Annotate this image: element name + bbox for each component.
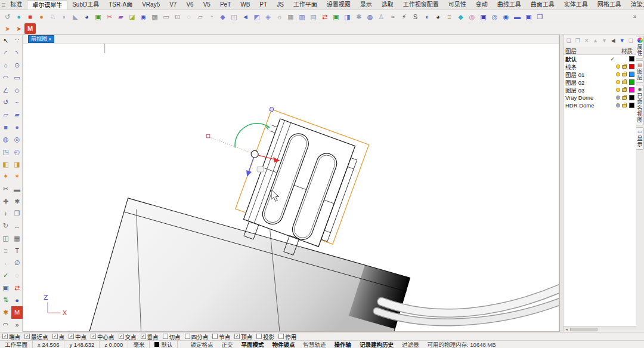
teal-sphere-icon[interactable]: ● bbox=[13, 11, 24, 22]
checkbox[interactable] bbox=[69, 334, 74, 339]
pivot-point-handle[interactable] bbox=[206, 134, 209, 137]
blue-card-icon[interactable]: ◨ bbox=[342, 11, 353, 22]
tab-properties[interactable]: 属性 bbox=[636, 36, 644, 58]
layer-color-swatch[interactable] bbox=[629, 103, 634, 108]
dashed-frame-icon[interactable]: ▭ bbox=[160, 11, 172, 22]
blue-frame-icon[interactable]: ▣ bbox=[523, 11, 534, 22]
move-down-icon[interactable]: ▼ bbox=[600, 36, 609, 45]
rotate-icon[interactable]: ↻ bbox=[0, 220, 11, 232]
menu-tab[interactable]: V5 bbox=[199, 0, 215, 10]
lock-icon[interactable] bbox=[622, 65, 627, 69]
menu-tab[interactable]: 卓尔谟犀牛 bbox=[27, 0, 67, 10]
material-m-small-icon[interactable]: M bbox=[11, 306, 23, 319]
collapse-icon[interactable]: ◀ bbox=[609, 36, 617, 45]
osnap-toggle[interactable]: 中点 bbox=[69, 332, 86, 341]
menu-tab[interactable]: 曲线工具 bbox=[493, 0, 526, 10]
copy-icon[interactable]: ❐ bbox=[11, 208, 23, 220]
red-material-icon[interactable]: ■ bbox=[24, 11, 36, 22]
status-toggle[interactable]: 智慧轨迹 bbox=[299, 341, 330, 348]
red-arrows-icon[interactable]: ⇄ bbox=[11, 282, 23, 294]
menu-tab[interactable]: VRay5 bbox=[137, 0, 165, 10]
osnap-toggle[interactable]: 停用 bbox=[278, 332, 296, 341]
trim-icon[interactable]: ✂ bbox=[0, 183, 11, 195]
dashed-circle-icon[interactable]: ◌ bbox=[183, 11, 194, 22]
gumball-origin-handle[interactable] bbox=[251, 150, 258, 158]
checkbox[interactable] bbox=[185, 334, 190, 339]
split-icon[interactable]: ▬ bbox=[11, 183, 23, 195]
checkbox[interactable] bbox=[212, 334, 218, 339]
status-toggle[interactable]: 平面模式 bbox=[237, 341, 268, 348]
circle-icon[interactable]: ○ bbox=[0, 59, 11, 72]
blue-shell-icon[interactable]: ◖ bbox=[421, 11, 432, 22]
violet-gem-icon[interactable]: ◆ bbox=[217, 11, 228, 22]
checkbox[interactable] bbox=[52, 334, 58, 339]
green-photo-icon[interactable]: ▣ bbox=[92, 11, 104, 22]
new-layer-icon[interactable]: ❏ bbox=[565, 36, 573, 45]
fold-plane-icon[interactable]: ◩ bbox=[251, 11, 262, 22]
status-toggle[interactable]: 正交 bbox=[217, 341, 237, 348]
lock-icon[interactable] bbox=[622, 73, 627, 76]
osnap-toggle[interactable]: 点 bbox=[52, 332, 65, 341]
blue-folder-icon[interactable]: ▬ bbox=[512, 11, 523, 22]
sphere-icon[interactable]: ● bbox=[11, 121, 23, 134]
mirror-icon[interactable]: ◫ bbox=[0, 232, 11, 245]
status-toggle[interactable]: 记录建构历史 bbox=[355, 341, 398, 348]
explode-icon[interactable]: ✱ bbox=[11, 195, 23, 208]
tab-display[interactable]: ▭ 显示 bbox=[636, 127, 644, 150]
ghost-circle-icon[interactable]: ◌ bbox=[11, 269, 23, 282]
visibility-bulb-icon[interactable] bbox=[616, 88, 620, 92]
menu-tab[interactable]: 网格工具 bbox=[593, 0, 626, 10]
menu-tab[interactable]: 显示 bbox=[355, 0, 377, 10]
layer-color-swatch[interactable] bbox=[629, 79, 634, 85]
spark-icon[interactable]: ✱ bbox=[0, 306, 11, 319]
osnap-toggle[interactable]: 最近点 bbox=[24, 332, 48, 341]
send-plane-plus-icon[interactable]: ➤ bbox=[13, 23, 24, 34]
material-column-header[interactable]: 材质 bbox=[621, 47, 633, 54]
layer-row[interactable]: 图层 03 bbox=[564, 86, 636, 94]
sun-gear-icon[interactable]: ☼ bbox=[274, 11, 285, 22]
check-icon[interactable]: ✓ bbox=[0, 269, 11, 282]
olive-sweep-icon[interactable]: ◪ bbox=[126, 11, 138, 22]
menu-tab[interactable]: 渲染工具 bbox=[626, 0, 644, 10]
checkbox[interactable] bbox=[24, 334, 30, 339]
palette-overflow-icon[interactable]: » bbox=[11, 319, 23, 331]
menu-tab[interactable]: SubD工具 bbox=[67, 0, 104, 10]
open-box-icon[interactable]: ◫ bbox=[228, 11, 240, 22]
lock-icon[interactable] bbox=[622, 96, 627, 100]
move-icon[interactable]: + bbox=[0, 208, 11, 220]
osnap-toggle[interactable]: 投影 bbox=[256, 332, 274, 341]
navy-ball-icon[interactable]: ◕ bbox=[81, 11, 92, 22]
green-arrows-icon[interactable]: ⇅ bbox=[0, 294, 11, 306]
curve-cv-icon[interactable]: ◜ bbox=[0, 47, 11, 60]
menu-tab[interactable]: V7 bbox=[165, 0, 181, 10]
menu-tab[interactable]: 工作平面 bbox=[289, 0, 322, 10]
rotate-arc-handle[interactable] bbox=[235, 124, 270, 147]
tab-layers[interactable]: ▤ 图层 bbox=[636, 60, 644, 83]
viewport-canvas[interactable]: Z X bbox=[23, 35, 559, 331]
osnap-toggle[interactable]: 节点 bbox=[212, 332, 230, 341]
chess-stamp-icon[interactable]: ♙ bbox=[376, 11, 387, 22]
layer-color-swatch[interactable] bbox=[629, 64, 634, 69]
menu-tab[interactable]: 标准 bbox=[5, 0, 27, 10]
spring-icon[interactable]: ↺ bbox=[0, 96, 11, 109]
checkbox[interactable] bbox=[256, 334, 262, 339]
lock-icon[interactable] bbox=[622, 81, 627, 84]
snail-spiral-icon[interactable]: ↺ bbox=[2, 11, 13, 22]
layer-color-swatch[interactable] bbox=[629, 56, 634, 61]
scrollbar-thumb[interactable] bbox=[570, 328, 597, 331]
scroll-left-icon[interactable]: ◂ bbox=[564, 327, 569, 332]
layer-row[interactable]: HDR Dome bbox=[564, 101, 636, 109]
blue-badge-icon[interactable]: ◉ bbox=[500, 11, 512, 22]
join-icon[interactable]: ✚ bbox=[0, 195, 11, 208]
menu-tab[interactable]: 变动 bbox=[471, 0, 493, 10]
menu-tab[interactable]: 实体工具 bbox=[559, 0, 593, 10]
torus-icon[interactable]: ◎ bbox=[11, 134, 23, 146]
osnap-toggle[interactable]: 端点 bbox=[2, 332, 20, 341]
status-cell[interactable]: z 0.000 bbox=[100, 341, 128, 348]
checker-mesh-icon[interactable]: ▩ bbox=[149, 11, 160, 22]
menu-tab[interactable]: 设置视图 bbox=[322, 0, 355, 10]
control-points-icon[interactable]: ∵ bbox=[11, 35, 23, 47]
violet-diamond-icon[interactable]: ◈ bbox=[262, 11, 274, 22]
menu-tab[interactable]: 可见性 bbox=[444, 0, 471, 10]
revolve-icon[interactable]: ◴ bbox=[11, 146, 23, 158]
